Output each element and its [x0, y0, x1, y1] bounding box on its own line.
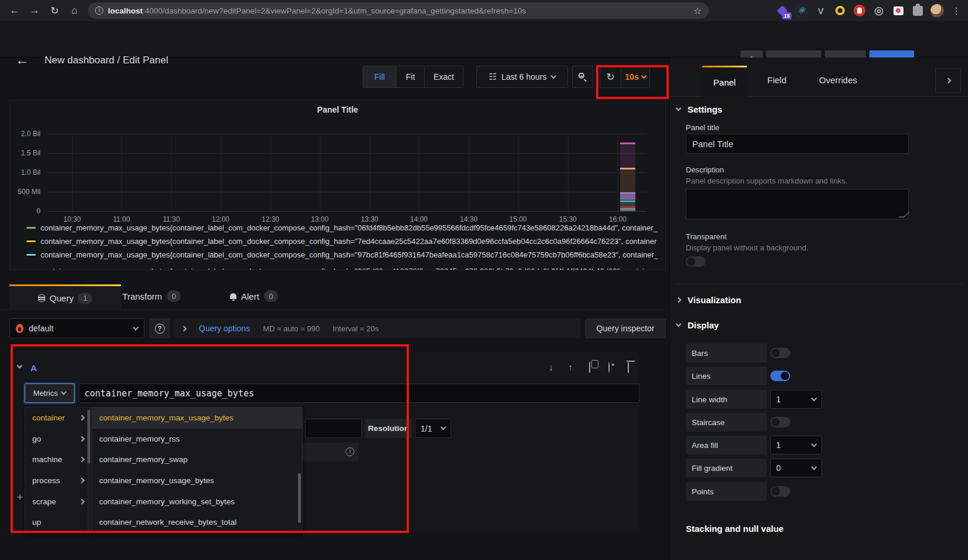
fit-button[interactable]: Fit [396, 66, 424, 87]
fill-button[interactable]: Fill [363, 66, 396, 87]
time-range-picker[interactable]: ☷︎ Last 6 hours [476, 66, 568, 88]
query-inspector-button[interactable]: Query inspector [585, 318, 666, 338]
settings-section-header[interactable]: Settings [676, 104, 722, 114]
gridline [72, 134, 73, 211]
stacking-section-heading[interactable]: Stacking and null value [686, 524, 784, 534]
legend-item[interactable]: container_memory_max_usage_bytes{contain… [26, 265, 663, 270]
line-width-value: 1 [776, 395, 781, 404]
legend-color-dash [26, 254, 36, 256]
legend-item[interactable]: container_memory_max_usage_bytes{contain… [26, 222, 663, 233]
lines-toggle[interactable] [770, 371, 790, 381]
chart-panel[interactable]: Panel Title 2.0 Bil 1.5 Bil 1.0 Bil 500 … [9, 100, 666, 270]
resolution-select[interactable]: 1/1 [415, 419, 451, 438]
expand-pane-button[interactable] [935, 68, 961, 93]
scrollbar-thumb[interactable] [87, 410, 90, 464]
datasource-name: default [29, 324, 128, 333]
duplicate-query-icon[interactable] [584, 362, 595, 373]
gridline [270, 134, 271, 211]
exact-button[interactable]: Exact [424, 66, 463, 87]
add-query-button[interactable]: + [14, 491, 26, 503]
address-bar[interactable]: i localhost:4000/dashboard/new?editPanel… [88, 2, 709, 19]
area-fill-select[interactable]: 1 [770, 436, 822, 454]
query-options-bar[interactable]: Query options MD = auto = 990 Interval =… [174, 318, 580, 338]
metrics-dropdown-button[interactable]: Metrics [25, 383, 75, 403]
extension-ring-icon[interactable] [833, 4, 847, 18]
tab-overrides[interactable]: Overrides [819, 75, 857, 85]
extension-photos-icon[interactable] [891, 4, 905, 18]
legend-item[interactable]: container_memory_max_usage_bytes{contain… [26, 235, 663, 247]
tab-panel[interactable]: Panel [702, 66, 747, 97]
tab-query[interactable]: Query 1 [9, 284, 121, 310]
bars-label: Bars [686, 344, 767, 362]
description-textarea[interactable] [686, 189, 909, 219]
refresh-icon[interactable]: ↻ [600, 66, 621, 87]
pane-size-segmented-control: Fill Fit Exact [363, 66, 463, 88]
move-query-up-icon[interactable]: ↑ [565, 362, 576, 373]
profile-avatar[interactable] [930, 4, 944, 18]
query-row-header[interactable]: A ↓ ↑ [9, 359, 639, 380]
menu-item-scrape[interactable]: scrape [25, 491, 91, 512]
transparent-toggle[interactable] [686, 256, 706, 267]
site-info-icon[interactable]: i [95, 6, 103, 15]
refresh-interval-dropdown[interactable]: 10s [621, 66, 649, 87]
bars-toggle[interactable] [770, 348, 790, 358]
extension-adblock-icon[interactable] [852, 4, 867, 18]
submenu-item[interactable]: container_memory_rss [92, 429, 302, 450]
tab-transform[interactable]: ⇄ Transform 0 [110, 290, 181, 302]
bookmark-star-icon[interactable]: ☆ [693, 5, 702, 16]
line-width-select[interactable]: 1 [770, 390, 822, 409]
chevron-down-icon [811, 464, 817, 470]
metrics-button-label: Metrics [33, 389, 58, 398]
back-arrow-icon[interactable]: ← [12, 50, 33, 71]
submenu-item[interactable]: container_network_receive_bytes_total [92, 512, 302, 533]
fill-gradient-select[interactable]: 0 [770, 459, 822, 477]
scrollbar-thumb[interactable] [298, 473, 301, 523]
menu-item-machine[interactable]: machine [25, 449, 91, 470]
browser-home-icon[interactable]: ⌂ [65, 5, 84, 16]
resolution-label: Resolution [365, 419, 412, 438]
min-step-input[interactable] [305, 419, 362, 438]
browser-back-icon[interactable]: ← [5, 5, 25, 16]
datasource-picker[interactable]: default [9, 318, 144, 338]
menu-item-up[interactable]: up [25, 512, 91, 533]
zoom-out-button[interactable] [572, 66, 593, 88]
query-options-link[interactable]: Query options [199, 324, 250, 333]
submenu-item[interactable]: container_memory_max_usage_bytes [92, 408, 302, 429]
extension-react-icon[interactable]: ⚛ [794, 4, 808, 18]
info-icon[interactable]: i [346, 447, 354, 456]
metric-list-submenu: container_memory_max_usage_bytes contain… [92, 407, 303, 532]
browser-reload-icon[interactable]: ↻ [45, 5, 65, 17]
toggle-visibility-icon[interactable] [604, 362, 614, 373]
gridline [121, 134, 122, 211]
extensions-puzzle-icon[interactable] [911, 4, 925, 18]
menu-item-go[interactable]: go [25, 429, 91, 450]
delete-query-icon[interactable] [623, 362, 634, 373]
visualization-section-header[interactable]: Visualization [676, 295, 741, 305]
gridline [48, 172, 646, 173]
legend-item[interactable]: container_memory_max_usage_bytes{contain… [26, 249, 663, 260]
submenu-item[interactable]: container_memory_working_set_bytes [92, 491, 302, 512]
collapse-chevron-icon[interactable] [17, 363, 23, 369]
gridline [568, 134, 568, 211]
promql-expression-input[interactable]: container_memory_max_usage_bytes [79, 383, 639, 403]
browser-forward-icon[interactable]: → [25, 5, 45, 16]
menu-item-process[interactable]: process [25, 470, 91, 491]
panel-title-input[interactable]: Panel Title [686, 134, 909, 154]
tab-field[interactable]: Field [767, 75, 787, 85]
y-tick: 1.0 Bil [10, 168, 40, 177]
extension-vue-icon[interactable]: V [814, 4, 828, 18]
staircase-toggle[interactable] [770, 417, 790, 427]
display-section-header[interactable]: Display [676, 320, 719, 330]
browser-menu-icon[interactable]: ⋮ [949, 4, 963, 18]
extension-circles-icon[interactable]: ◎ [872, 4, 886, 18]
submenu-item[interactable]: container_memory_swap [92, 449, 302, 470]
tab-alert[interactable]: Alert 0 [230, 290, 278, 302]
extension-diamond-icon[interactable]: 15 [775, 4, 789, 18]
move-query-down-icon[interactable]: ↓ [546, 362, 556, 373]
points-toggle[interactable] [770, 486, 790, 497]
menu-item-container[interactable]: container [25, 408, 91, 429]
submenu-item[interactable]: container_memory_usage_bytes [92, 470, 302, 491]
legend-label: container_memory_max_usage_bytes{contain… [40, 250, 658, 259]
tab-query-label: Query [50, 293, 74, 303]
datasource-help-button[interactable]: ? [149, 318, 170, 338]
